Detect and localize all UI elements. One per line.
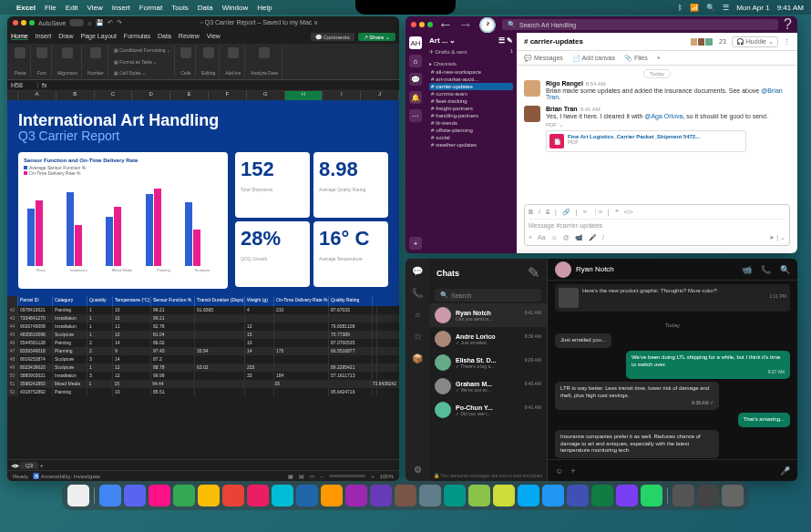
- addins-icon[interactable]: [228, 47, 239, 58]
- italic-icon[interactable]: I: [539, 209, 540, 216]
- table-row[interactable]: 505880903021Installation31299.993318457.…: [7, 372, 399, 380]
- channel-carrier-updates[interactable]: #carrier-updates: [429, 83, 513, 90]
- dock-app-1[interactable]: [99, 485, 121, 506]
- chat-header-name[interactable]: Ryan Notch: [576, 265, 614, 273]
- message-bubble[interactable]: Just emailed you...: [555, 333, 611, 348]
- huddle-button[interactable]: 🎧Huddle ⌄: [732, 36, 778, 47]
- emoji-icon[interactable]: ☺: [555, 466, 563, 476]
- channel-all-new-workspace[interactable]: #all-new-workspace: [429, 68, 513, 76]
- traffic-lights[interactable]: [411, 22, 433, 27]
- date-divider[interactable]: Today: [643, 69, 671, 78]
- tab-view[interactable]: View: [207, 33, 221, 40]
- drafts-item[interactable]: ✈ Drafts & sent 1: [429, 48, 513, 55]
- dock-app-7[interactable]: [247, 485, 269, 506]
- share-button[interactable]: ↗ Share ⌄: [358, 33, 395, 41]
- channel-art-market-aucti...[interactable]: #art-market-aucti...: [429, 76, 513, 83]
- dock-app-3[interactable]: [149, 485, 170, 506]
- avatar[interactable]: [524, 80, 540, 97]
- history-icon[interactable]: 🕐: [478, 16, 497, 34]
- add-sheet-button[interactable]: +: [40, 463, 44, 468]
- channel-weather-updates[interactable]: #weather-updates: [429, 141, 513, 148]
- search-icon[interactable]: 🔍: [706, 4, 715, 12]
- control-center-icon[interactable]: ☰: [723, 4, 729, 12]
- menu-edit[interactable]: Edit: [66, 4, 78, 12]
- workspace-name[interactable]: Art ... ⌄ ☰ ✎: [429, 36, 513, 45]
- save-icon[interactable]: 💾: [96, 19, 104, 26]
- composer-input[interactable]: Message #carrier-updates: [529, 220, 785, 231]
- dock-app-23[interactable]: [641, 485, 662, 506]
- quote-icon[interactable]: ❝: [615, 209, 619, 216]
- video-call-icon[interactable]: 📹: [742, 265, 752, 274]
- mention-icon[interactable]: @: [563, 234, 570, 241]
- dock-app-6[interactable]: [222, 485, 244, 506]
- dock-app-5[interactable]: [198, 485, 220, 506]
- channel-offsite-planning[interactable]: #offsite-planning: [429, 127, 513, 134]
- workspace-switcher[interactable]: AH: [409, 36, 422, 49]
- message-bubble[interactable]: We've been doing LTL shipping for a whil…: [626, 351, 790, 379]
- tab-draw[interactable]: Draw: [58, 33, 73, 40]
- new-chat-icon[interactable]: ✎: [528, 264, 539, 281]
- chat-rail-status-icon[interactable]: ○: [411, 308, 424, 321]
- dock-app-0[interactable]: [67, 485, 89, 506]
- member-count[interactable]: 23: [719, 38, 726, 45]
- bold-icon[interactable]: B: [529, 209, 533, 216]
- menu-tools[interactable]: Tools: [171, 4, 189, 12]
- menubar-date[interactable]: Mon Apr 1: [736, 4, 769, 12]
- member-avatars[interactable]: [692, 37, 713, 46]
- paste-icon[interactable]: [15, 47, 26, 58]
- chat-rail-star-icon[interactable]: ☆: [411, 330, 424, 343]
- wifi-icon[interactable]: 📶: [690, 4, 699, 12]
- file-attachment[interactable]: 📄Fine Art Logistics_Carrier Packet_Shipm…: [546, 130, 746, 152]
- cell-styles-button[interactable]: ▦ Cell Styles ⌄: [114, 70, 146, 76]
- channel-handling-partners[interactable]: #handling-partners: [429, 112, 513, 119]
- accessibility-icon[interactable]: ♿: [33, 474, 39, 479]
- dock-app-13[interactable]: [395, 485, 416, 506]
- pinned-message[interactable]: Here's the new product graphic. Thoughts…: [555, 284, 790, 312]
- menubar-time[interactable]: 9:41 AM: [777, 4, 804, 12]
- attach-icon[interactable]: +: [529, 234, 532, 241]
- status-accessibility[interactable]: Accessibility: Investigate: [41, 474, 100, 479]
- channel-name[interactable]: # carrier-updates: [524, 37, 583, 46]
- channel-social[interactable]: #social: [429, 134, 513, 141]
- attach-icon[interactable]: +: [570, 466, 575, 476]
- chat-list-item[interactable]: Graham M...8:40 AM✓ We've just ex...: [429, 374, 547, 398]
- number-icon[interactable]: [90, 47, 101, 58]
- message-bubble[interactable]: That's amazing...: [738, 413, 791, 427]
- table-row[interactable]: 498023439020Sculpture11288.7863.0223389.…: [7, 363, 399, 372]
- chat-rail-calls-icon[interactable]: 📞: [411, 286, 424, 299]
- data-grid[interactable]: Parcel IDCategoryQuantityTemperature (°C…: [7, 296, 399, 459]
- chat-composer[interactable]: ☺ + 🎤: [548, 459, 797, 481]
- dock-app-20[interactable]: [567, 485, 589, 506]
- menu-format[interactable]: Format: [139, 4, 162, 12]
- chat-header-avatar[interactable]: [555, 261, 571, 278]
- channel-freight-partners[interactable]: #freight-partners: [429, 105, 513, 112]
- list-ol-icon[interactable]: ≡: [583, 209, 587, 216]
- dock-app-18[interactable]: [518, 485, 539, 506]
- menu-insert[interactable]: Insert: [112, 4, 130, 12]
- autosave-toggle[interactable]: [69, 19, 84, 26]
- chat-rail-settings-icon[interactable]: ⚙: [411, 463, 424, 476]
- chat-list-item[interactable]: Ryan Notch9:41 AMCan you send m...: [429, 303, 547, 327]
- chat-list-item[interactable]: Elisha St. D...9:29 AM✓ There's a big a.…: [429, 351, 547, 374]
- sheet-tab-q3[interactable]: Q3: [20, 462, 38, 469]
- help-icon[interactable]: ?: [784, 16, 792, 33]
- tab-messages[interactable]: 💬 Messages: [524, 55, 563, 62]
- tab-review[interactable]: Review: [179, 33, 200, 40]
- bluetooth-icon[interactable]: ᛒ: [678, 4, 683, 12]
- dock-app-25[interactable]: [697, 485, 719, 506]
- table-row[interactable]: 513598242850Mixed Media11594.443573.8439…: [7, 380, 399, 388]
- voice-call-icon[interactable]: 📞: [761, 265, 771, 274]
- channels-header[interactable]: ▸ Channels: [429, 60, 513, 66]
- format-table-button[interactable]: ▦ Format as Table ⌄: [114, 59, 158, 65]
- message-composer[interactable]: B I S̶ | 🔗 | ≡ ⋮≡ | ❝ </> Message #carri…: [524, 204, 790, 246]
- dock-app-12[interactable]: [370, 485, 392, 506]
- view-normal-icon[interactable]: ▦: [288, 473, 293, 479]
- zoom-in-button[interactable]: +: [371, 474, 375, 479]
- tab-canvas[interactable]: 📄 Add canvas: [572, 55, 615, 62]
- zoom-slider[interactable]: [329, 475, 365, 477]
- message-bubble[interactable]: LTR is way better. Less transit time, lo…: [555, 382, 719, 410]
- more-icon[interactable]: ⋮: [784, 38, 790, 46]
- chat-search-icon[interactable]: 🔍: [780, 265, 790, 274]
- editing-icon[interactable]: [203, 47, 214, 58]
- cell-reference[interactable]: H58: [11, 82, 38, 88]
